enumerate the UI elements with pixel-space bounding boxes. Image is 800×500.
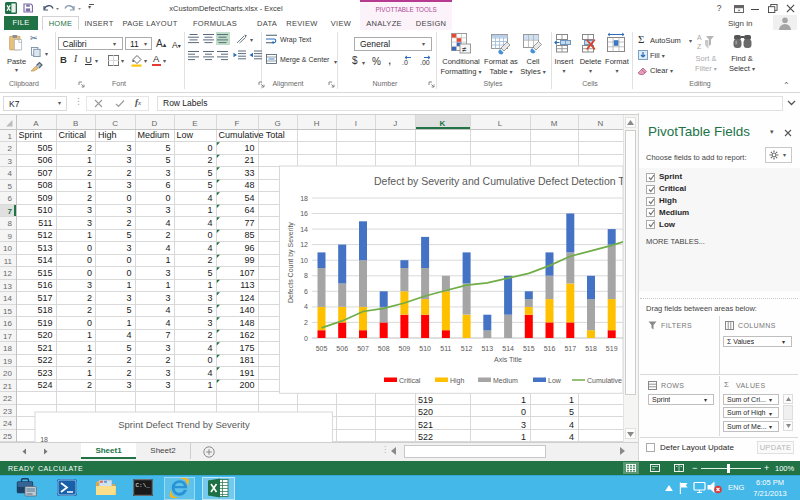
svg-text:3: 3 [165,168,170,178]
svg-text:507: 507 [37,168,52,178]
svg-text:H: H [314,119,320,128]
svg-text:16: 16 [3,319,12,328]
svg-text:54: 54 [244,193,254,203]
svg-text:9: 9 [8,232,13,241]
svg-text:F: F [235,119,240,128]
svg-text:0: 0 [207,230,212,240]
svg-text:4: 4 [569,420,574,430]
svg-text:517: 517 [37,293,52,303]
svg-text:520: 520 [37,330,52,340]
svg-text:510: 510 [419,345,431,352]
svg-text:3: 3 [87,205,92,215]
svg-text:Sprint Defect Trend by Severit: Sprint Defect Trend by Severity [118,419,250,430]
svg-text:0: 0 [87,318,92,328]
svg-text:512: 512 [461,345,473,352]
svg-text:10: 10 [3,244,12,253]
svg-text:4: 4 [207,243,212,253]
svg-text:5: 5 [207,305,212,315]
svg-text:High: High [450,377,465,385]
svg-text:3: 3 [165,205,170,215]
svg-text:1: 1 [207,280,212,290]
svg-text:524: 524 [37,380,52,390]
svg-text:2: 2 [165,355,170,365]
svg-text:1: 1 [165,280,170,290]
svg-text:L: L [498,119,503,128]
svg-text:3: 3 [165,343,170,353]
svg-text:≠: ≠ [462,45,467,54]
svg-text:4: 4 [8,169,13,178]
svg-text:507: 507 [357,345,369,352]
svg-text:140: 140 [239,305,254,315]
svg-text:5: 5 [8,182,13,191]
svg-text:515: 515 [37,268,52,278]
svg-text:N: N [598,119,604,128]
svg-text:64: 64 [244,205,254,215]
svg-text:E: E [192,119,197,128]
svg-text:4: 4 [207,368,212,378]
svg-text:2: 2 [87,293,92,303]
svg-text:12: 12 [300,241,308,248]
svg-text:21: 21 [3,382,12,391]
svg-text:3: 3 [126,205,131,215]
svg-text:2: 2 [87,305,92,315]
svg-text:113: 113 [240,280,254,290]
svg-text:77: 77 [244,218,254,228]
svg-text:3: 3 [126,180,131,190]
svg-text:515: 515 [523,345,535,352]
svg-text:8: 8 [8,219,13,228]
svg-text:516: 516 [37,280,52,290]
svg-text:4: 4 [165,243,170,253]
svg-text:2: 2 [87,355,92,365]
svg-text:3: 3 [165,268,170,278]
svg-text:4: 4 [304,303,308,310]
svg-text:10: 10 [300,257,308,264]
svg-text:0: 0 [304,335,308,342]
svg-text:High: High [98,130,117,140]
svg-text:18: 18 [300,195,308,202]
svg-text:0: 0 [87,268,92,278]
svg-text:5: 5 [569,407,574,417]
svg-text:3: 3 [126,155,131,165]
svg-text:4: 4 [207,218,212,228]
svg-text:200: 200 [239,380,254,390]
svg-text:0: 0 [207,143,212,153]
svg-text:Cumulative Total: Cumulative Total [219,130,285,140]
svg-text:522: 522 [418,432,433,442]
svg-text:1: 1 [87,180,92,190]
svg-text:512: 512 [37,230,52,240]
svg-text:162: 162 [239,330,254,340]
svg-text:11: 11 [4,257,13,266]
svg-text:M: M [551,119,558,128]
svg-text:148: 148 [239,318,254,328]
svg-text:4: 4 [165,318,170,328]
svg-text:6: 6 [165,180,170,190]
svg-text:1: 1 [165,255,170,265]
svg-text:Defects Count by Severity: Defects Count by Severity [288,222,296,303]
svg-text:506: 506 [336,345,348,352]
svg-text:0: 0 [87,243,92,253]
svg-text:24: 24 [3,419,12,428]
svg-text:Low: Low [548,377,562,384]
svg-text:B: B [73,119,78,128]
svg-text:G: G [274,119,280,128]
svg-text:509: 509 [399,345,411,352]
svg-text:Axis Title: Axis Title [494,356,522,363]
svg-text:Medium: Medium [138,130,170,140]
svg-text:510: 510 [37,205,52,215]
svg-text:4: 4 [569,432,574,442]
svg-text:3: 3 [165,380,170,390]
svg-text:514: 514 [37,255,52,265]
svg-text:Critical: Critical [59,130,87,140]
svg-text:513: 513 [481,345,493,352]
svg-text:3: 3 [165,368,170,378]
svg-text:1: 1 [87,343,92,353]
svg-text:0: 0 [126,255,131,265]
svg-text:4: 4 [165,218,170,228]
svg-text:J: J [393,119,397,128]
svg-text:5: 5 [126,343,131,353]
svg-text:3: 3 [8,157,13,166]
svg-text:22: 22 [3,394,12,403]
svg-text:2: 2 [126,368,131,378]
svg-text:8: 8 [304,272,308,279]
svg-text:0: 0 [87,255,92,265]
